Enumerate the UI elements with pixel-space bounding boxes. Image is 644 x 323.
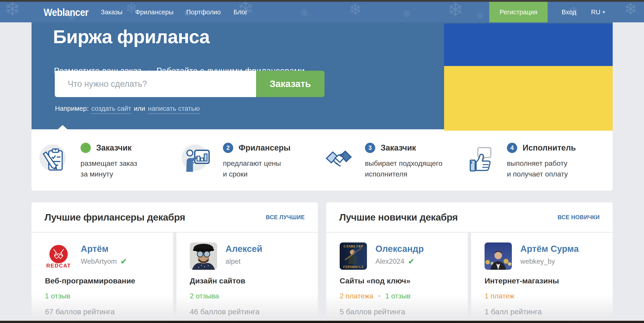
reviews-count[interactable]: 2 отзыва	[190, 292, 219, 300]
example-link-create-site[interactable]: создать сайт	[91, 105, 131, 114]
presenter-chart-icon	[183, 146, 210, 173]
ukraine-flag-banner	[444, 24, 613, 131]
freelancer-name[interactable]: Артём	[81, 244, 127, 254]
step-title: Исполнитель	[522, 143, 576, 152]
freelancer-specialty: Интернет-магазины	[484, 276, 606, 285]
step-2: 2 Фрилансеры предлагают цены и сроки	[183, 143, 290, 180]
freelancer-column: Артём Сурма webkey_by Интернет-магазины …	[471, 233, 613, 321]
freelancer-specialty: Сайты «под ключ»	[340, 276, 461, 285]
snowflake-icon: ❄	[402, 8, 411, 20]
freelancer-name[interactable]: Олександр	[376, 244, 424, 254]
dot-separator: •	[378, 292, 380, 300]
freelancer-username: alpet	[226, 258, 240, 266]
reviews-count[interactable]: 1 отзыв	[385, 292, 410, 300]
chevron-down-icon: ▾	[603, 10, 605, 15]
freelancer-name[interactable]: Артём Сурма	[520, 244, 579, 254]
verified-check-icon: ✔	[408, 258, 414, 266]
snowflake-icon: ❄	[349, 2, 362, 19]
step-number-badge: 2	[223, 143, 233, 153]
rating-points: 67 баллов рейтинга	[45, 307, 166, 316]
verified-check-icon: ✔	[120, 258, 127, 266]
nav-item-freelancers[interactable]: Фрилансеры	[135, 8, 174, 16]
bottom-dark-strip	[0, 321, 644, 323]
step-number-badge: 4	[507, 143, 517, 153]
step-desc-line1: размещает заказ	[80, 158, 137, 169]
avatar-webkey-photo[interactable]	[484, 242, 512, 270]
freelancer-profile-link[interactable]: Артём Сурма webkey_by	[484, 242, 606, 270]
register-button[interactable]: Регистрация	[489, 2, 548, 22]
freelancer-column: СЛАВА УКР ГЕРОЯМ СЛ Олександр Alex2024 ✔…	[326, 233, 468, 321]
flag-blue-stripe	[444, 24, 613, 66]
example-or: или	[134, 105, 145, 112]
freelancer-profile-link[interactable]: REDCAT Артём WebArtyom ✔	[45, 242, 166, 270]
main-menu: Заказы Фрилансеры Портфолио Блог	[101, 8, 260, 16]
freelancer-specialty: Веб-программирование	[45, 276, 166, 285]
section-title: Лучшие фрилансеры декабря	[44, 212, 185, 223]
avatar-alex2024-art[interactable]: СЛАВА УКР ГЕРОЯМ СЛ	[340, 242, 367, 270]
step-desc-line2: и сроки	[223, 169, 290, 180]
reviews-count[interactable]: 1 отзыв	[45, 292, 70, 300]
avatar-alpet-photo[interactable]	[190, 242, 217, 270]
all-newcomers-link[interactable]: ВСЕ НОВИЧКИ	[558, 214, 600, 220]
freelancer-specialty: Дизайн сайтов	[190, 276, 311, 285]
section-title: Лучшие новички декабря	[339, 212, 458, 223]
window-chrome-strip	[0, 0, 644, 2]
order-button[interactable]: Заказать	[256, 71, 324, 97]
svg-text:ГЕРОЯМ СЛ: ГЕРОЯМ СЛ	[343, 265, 363, 269]
top-navbar: ❄ ❄ ❄ ❄ ❄ ❄ ❄ ❄ ❄ ❄ ❄ ❄ Weblancer Заказы…	[0, 2, 644, 22]
clipboard-pencil-icon	[41, 146, 68, 173]
step-desc-line1: выполняет работу	[507, 158, 576, 169]
step-title: Фрилансеры	[238, 143, 290, 152]
step-title: Заказчик	[380, 143, 416, 152]
rating-points: 46 баллов рейтинга	[190, 307, 311, 316]
all-best-link[interactable]: ВСЕ ЛУЧШИЕ	[266, 214, 305, 220]
step-number-badge: 3	[365, 143, 375, 153]
svg-text:REDCAT: REDCAT	[46, 262, 71, 269]
svg-text:СЛАВА УКР: СЛАВА УКР	[344, 244, 363, 248]
panel-notch	[58, 125, 67, 129]
snowflake-icon: ❄	[4, 2, 20, 20]
language-selector[interactable]: RU ▾	[591, 8, 605, 16]
freelancer-profile-link[interactable]: СЛАВА УКР ГЕРОЯМ СЛ Олександр Alex2024 ✔	[340, 242, 461, 270]
search-examples: Например: создать сайт или написать стат…	[55, 105, 200, 114]
freelancer-name[interactable]: Алексей	[226, 244, 262, 254]
step-number-badge: 1	[80, 143, 91, 153]
step-desc-line2: за минуту	[80, 169, 137, 180]
step-desc-line2: исполнителя	[365, 169, 442, 180]
payments-count[interactable]: 1 платеж	[484, 292, 514, 300]
weblancer-logo[interactable]: Weblancer	[44, 6, 88, 18]
step-desc-line1: предлагают цены	[223, 158, 290, 169]
language-value: RU	[591, 8, 600, 16]
freelancer-column: REDCAT Артём WebArtyom ✔ Веб-программиро…	[32, 233, 173, 321]
nav-item-portfolio[interactable]: Портфолио	[186, 8, 221, 16]
avatar-redcat-logo[interactable]: REDCAT	[45, 242, 72, 270]
order-search-form: Заказать	[55, 71, 324, 97]
snowflake-icon: ❄	[476, 11, 484, 21]
payments-count[interactable]: 2 платежа	[340, 292, 374, 300]
login-link[interactable]: Вход	[562, 8, 576, 16]
nav-item-blog[interactable]: Блог	[234, 8, 248, 16]
step-title: Заказчик	[96, 143, 132, 152]
page-title: Биржа фриланса	[53, 26, 210, 48]
handshake-icon	[325, 146, 352, 173]
nav-item-orders[interactable]: Заказы	[101, 8, 122, 16]
how-it-works-panel: 1 Заказчик размещает заказ за минуту	[32, 129, 613, 190]
step-3: 3 Заказчик выбирает подходящего исполнит…	[325, 143, 442, 180]
best-freelancers-card: Лучшие фрилансеры декабря ВСЕ ЛУЧШИЕ RED…	[32, 202, 318, 322]
freelancer-username: Alex2024	[376, 258, 404, 266]
freelancer-column: Алексей alpet Дизайн сайтов 2 отзыва 46 …	[176, 233, 318, 321]
snowflake-icon: ❄	[300, 7, 309, 20]
freelancer-username: webkey_by	[520, 258, 555, 266]
step-1: 1 Заказчик размещает заказ за минуту	[41, 143, 137, 180]
search-input[interactable]	[55, 71, 256, 97]
freelancer-profile-link[interactable]: Алексей alpet	[190, 242, 311, 270]
step-desc-line1: выбирает подходящего	[365, 158, 442, 169]
example-prefix: Например:	[55, 105, 88, 112]
example-link-write-article[interactable]: написать статью	[148, 105, 200, 114]
step-4: 4 Исполнитель выполняет работу и получае…	[467, 143, 576, 180]
thumbs-up-bubble-icon	[467, 146, 494, 173]
flag-yellow-stripe	[444, 66, 613, 131]
snowflake-icon: ❄	[447, 2, 464, 21]
best-newcomers-card: Лучшие новички декабря ВСЕ НОВИЧКИ	[326, 202, 613, 322]
step-desc-line2: и получает оплату	[507, 169, 576, 180]
